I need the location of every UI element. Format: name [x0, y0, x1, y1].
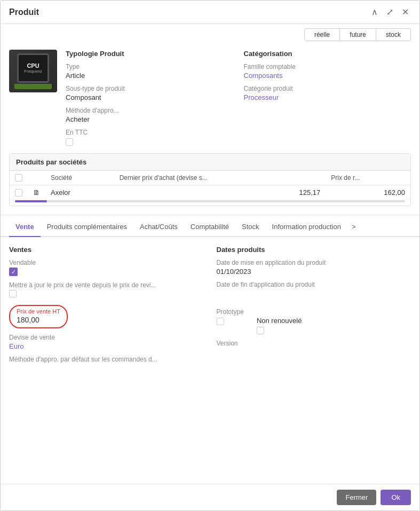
dialog-controls: ∧ ⤢ ✕ — [369, 6, 411, 18]
prix-vente-ht-label: Prix de vente HT — [17, 308, 60, 315]
product-details: Typologie Produit Type Article Sous-type… — [66, 50, 411, 146]
col-price-r-header: Prix de r... — [326, 171, 410, 185]
companies-table-section: Produits par sociétés Société Dernier pr… — [9, 153, 411, 206]
top-tabs-container: réelle future stock — [1, 24, 419, 43]
date-mise-label: Date de mise en application du produit — [217, 259, 411, 266]
sous-type-value: Composant — [66, 93, 233, 101]
tab-reelle[interactable]: réelle — [304, 28, 340, 41]
tab-comptabilite[interactable]: Comptabilité — [184, 217, 235, 237]
type-value: Article — [66, 72, 233, 80]
tab-content-vente: Ventes Vendable Mettre à jour le prix de… — [1, 237, 419, 377]
en-ttc-checkbox[interactable] — [66, 138, 73, 146]
methode-label: Méthode d'appro... — [66, 107, 233, 114]
tab-more-icon[interactable]: > — [347, 217, 360, 236]
date-fin-value — [217, 289, 411, 297]
row-check — [10, 185, 28, 200]
date-mise-value: 01/10/2023 — [217, 268, 411, 276]
maximize-button[interactable]: ⤢ — [384, 6, 395, 18]
vendable-checkbox[interactable] — [9, 268, 18, 276]
non-renouvele-sub: . Non renouvelé — [257, 303, 302, 334]
col-last-price-header: Dernier prix d'achat (devise s... — [114, 171, 326, 185]
scrollbar-thumb — [15, 200, 47, 202]
tab-produits-complementaires[interactable]: Produits complémentaires — [41, 217, 133, 237]
table-scrollbar[interactable] — [15, 200, 405, 202]
famille-label: Famille comptable — [244, 63, 411, 70]
devise-value[interactable]: Euro — [9, 342, 204, 350]
vendable-group: Vendable — [9, 259, 204, 276]
prototype-sub: Prototype — [217, 303, 244, 334]
prototype-version-group: Prototype . Non renouvelé — [217, 303, 411, 334]
date-fin-group: Date de fin d'application du produit — [217, 281, 411, 297]
typologie-title: Typologie Produit — [66, 50, 233, 58]
main-tabs: Vente Produits complémentaires Achat/Coû… — [1, 217, 419, 237]
dialog-body: réelle future stock CPU Frequenz — [1, 24, 419, 484]
vendable-label: Vendable — [9, 259, 204, 266]
dates-title: Dates produits — [217, 246, 411, 254]
mettre-a-jour-label: Mettre à jour le prix de vente depuis le… — [9, 281, 180, 289]
devise-label: Devise de vente — [9, 334, 204, 341]
collapse-button[interactable]: ∧ — [369, 6, 380, 18]
col-check-header — [10, 171, 28, 185]
non-renouvele-value: Non renouvelé — [257, 317, 302, 325]
non-renouvele-checkbox[interactable] — [257, 327, 264, 334]
methode-appro-label: Méthode d'appro. par défaut sur les comm… — [9, 356, 180, 363]
prix-vente-ht-value: 180,00 — [17, 316, 60, 324]
categorie-label: Catégorie produit — [244, 85, 411, 92]
devise-group: Devise de vente Euro — [9, 334, 204, 350]
table-row: 🗎 Axelor 125,17 162,00 — [10, 185, 410, 200]
prix-vente-group: Prix de vente HT 180,00 — [9, 303, 204, 328]
close-button[interactable]: ✕ — [400, 6, 411, 18]
tab-vente[interactable]: Vente — [9, 217, 41, 237]
tab-information-production[interactable]: Information production — [266, 217, 347, 237]
ventes-title: Ventes — [9, 246, 204, 254]
row-icon: 🗎 — [28, 185, 45, 200]
companies-table: Société Dernier prix d'achat (devise s..… — [10, 171, 410, 200]
mettre-a-jour-group: Mettre à jour le prix de vente depuis le… — [9, 281, 204, 297]
famille-value[interactable]: Composants — [244, 72, 411, 80]
tab-stock[interactable]: Stock — [235, 217, 266, 237]
en-ttc-label: En TTC — [66, 129, 233, 136]
row-checkbox[interactable] — [15, 189, 22, 196]
dates-col: Dates produits Date de mise en applicati… — [217, 246, 411, 368]
date-mise-group: Date de mise en application du produit 0… — [217, 259, 411, 276]
companies-table-header: Produits par sociétés — [10, 154, 410, 171]
tab-grid: Ventes Vendable Mettre à jour le prix de… — [9, 246, 411, 368]
ok-button[interactable]: Ok — [381, 490, 411, 505]
mettre-a-jour-checkbox[interactable] — [9, 290, 17, 297]
tab-achat-couts[interactable]: Achat/Coûts — [133, 217, 184, 237]
dialog-header: Produit ∧ ⤢ ✕ — [1, 1, 419, 24]
fermer-button[interactable]: Fermer — [337, 490, 376, 505]
row-last-price: 125,17 — [114, 185, 326, 200]
categorisation-col: Catégorisation Famille comptable Composa… — [244, 50, 411, 146]
row-societe: Axelor — [45, 185, 114, 200]
col-societe-name-header: Société — [45, 171, 114, 185]
categorie-value[interactable]: Processeur — [244, 93, 411, 101]
methode-value: Acheter — [66, 115, 233, 123]
dialog-title: Produit — [9, 7, 39, 17]
en-ttc-field — [66, 138, 233, 146]
typologie-col: Typologie Produit Type Article Sous-type… — [66, 50, 233, 146]
sous-type-label: Sous-type de produit — [66, 85, 233, 92]
date-fin-label: Date de fin d'application du produit — [217, 281, 411, 288]
tab-stock[interactable]: stock — [376, 28, 411, 41]
row-price-r: 162,00 — [326, 185, 410, 200]
version-group: Version — [217, 340, 411, 347]
categorisation-title: Catégorisation — [244, 50, 411, 58]
product-dialog: Produit ∧ ⤢ ✕ réelle future stock CPU Fr — [0, 0, 420, 511]
dialog-footer: Fermer Ok — [1, 484, 419, 510]
product-info-section: CPU Frequenz Typologie Produit Type Arti… — [1, 43, 419, 215]
col-societe-header — [28, 171, 45, 185]
tab-future[interactable]: future — [340, 28, 376, 41]
product-info-top: CPU Frequenz Typologie Produit Type Arti… — [9, 50, 411, 146]
type-label: Type — [66, 63, 233, 70]
version-label: Version — [217, 340, 411, 347]
product-image: CPU Frequenz — [9, 50, 57, 92]
ventes-col: Ventes Vendable Mettre à jour le prix de… — [9, 246, 204, 368]
prototype-label: Prototype — [217, 308, 244, 316]
prototype-checkbox[interactable] — [217, 318, 224, 325]
methode-appro-group: Méthode d'appro. par défaut sur les comm… — [9, 356, 204, 363]
select-all-checkbox[interactable] — [15, 174, 22, 182]
prix-vente-box: Prix de vente HT 180,00 — [9, 305, 68, 328]
